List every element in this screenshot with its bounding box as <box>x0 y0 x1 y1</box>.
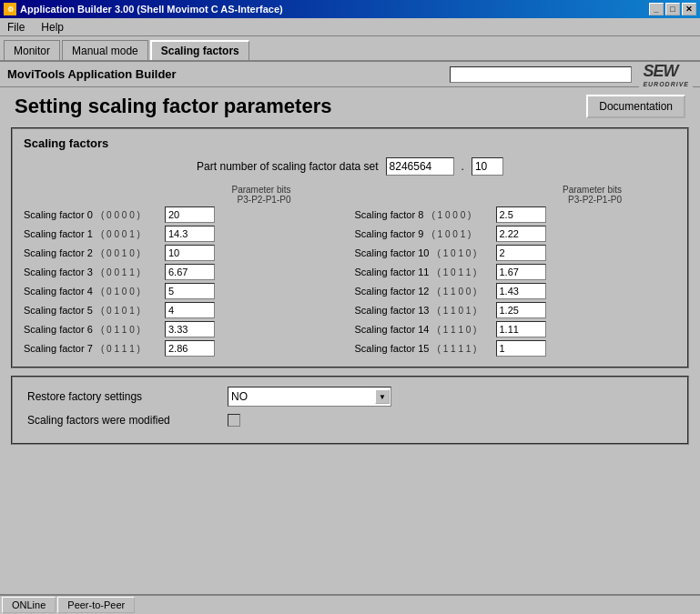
factor-label-left-5: Scaling factor 5 ( 0 1 0 1 ) <box>24 305 165 316</box>
part-number-label: Part number of scaling factor data set <box>197 160 378 173</box>
scaling-modified-label: Scaling factors were modified <box>27 414 228 427</box>
factor-row-left-4: Scaling factor 4 ( 0 1 0 0 ) <box>24 283 346 299</box>
factor-row-left-2: Scaling factor 2 ( 0 0 1 0 ) <box>24 245 346 261</box>
factor-input-right-5[interactable] <box>496 302 546 318</box>
factor-row-right-2: Scaling factor 10 ( 1 0 1 0 ) <box>355 245 677 261</box>
maximize-button[interactable]: □ <box>665 3 680 15</box>
factor-label-left-0: Scaling factor 0 ( 0 0 0 0 ) <box>24 209 165 220</box>
factor-input-left-3[interactable] <box>165 264 215 280</box>
tab-monitor[interactable]: Monitor <box>4 40 60 60</box>
restore-factory-dropdown[interactable]: NO YES <box>228 387 391 407</box>
factors-col-left: Scaling factor 0 ( 0 0 0 0 ) Scaling fac… <box>24 206 346 359</box>
progress-bar <box>450 66 632 83</box>
factor-input-right-0[interactable] <box>496 206 546 223</box>
factor-row-right-4: Scaling factor 12 ( 1 1 0 0 ) <box>355 283 677 299</box>
factor-label-right-3: Scaling factor 11 ( 1 0 1 1 ) <box>355 267 496 277</box>
restore-factory-label: Restore factory settings <box>27 390 228 403</box>
factor-input-left-6[interactable] <box>165 321 215 337</box>
factor-row-left-7: Scaling factor 7 ( 0 1 1 1 ) <box>24 340 346 357</box>
page-heading-area: Setting scaling factor parameters Docume… <box>0 87 700 122</box>
tab-scaling-factors[interactable]: Scaling factors <box>150 40 249 60</box>
factor-input-right-2[interactable] <box>496 245 546 261</box>
app-icon: ⚙ <box>4 3 16 15</box>
page-heading: Setting scaling factor parameters <box>15 95 331 118</box>
param-bits-header-right-line1: Parameter bits <box>355 185 623 195</box>
param-bits-header-left-line2: P3-P2-P1-P0 <box>24 195 291 205</box>
main-content: MoviTools Application Builder SEW EURODR… <box>0 62 700 594</box>
factor-input-right-3[interactable] <box>496 264 546 280</box>
factor-label-left-3: Scaling factor 3 ( 0 0 1 1 ) <box>24 267 165 277</box>
restore-dropdown-wrapper: NO YES ▼ <box>228 387 391 407</box>
part-number-row: Part number of scaling factor data set . <box>24 157 676 176</box>
window-title: Application Builder 3.00 (Shell Movimot … <box>20 4 283 15</box>
status-tab-peer-to-peer[interactable]: Peer-to-Peer <box>57 597 135 613</box>
app-name-label: MoviTools Application Builder <box>7 67 177 81</box>
factor-row-left-3: Scaling factor 3 ( 0 0 1 1 ) <box>24 264 346 280</box>
factor-input-right-7[interactable] <box>496 340 546 357</box>
part-number-suffix-input[interactable] <box>472 157 503 176</box>
tab-manual-mode[interactable]: Manual mode <box>62 40 148 60</box>
factor-row-left-5: Scaling factor 5 ( 0 1 0 1 ) <box>24 302 346 318</box>
documentation-button[interactable]: Documentation <box>586 95 685 118</box>
factor-row-right-1: Scaling factor 9 ( 1 0 0 1 ) <box>355 226 677 242</box>
factor-row-right-3: Scaling factor 11 ( 1 0 1 1 ) <box>355 264 677 280</box>
factor-input-left-2[interactable] <box>165 245 215 261</box>
factors-col-right: Scaling factor 8 ( 1 0 0 0 ) Scaling fac… <box>355 206 677 359</box>
factor-input-right-1[interactable] <box>496 226 546 242</box>
factor-input-left-1[interactable] <box>165 226 215 242</box>
menu-item-help[interactable]: Help <box>37 20 67 35</box>
factor-input-left-5[interactable] <box>165 302 215 318</box>
factor-label-right-2: Scaling factor 10 ( 1 0 1 0 ) <box>355 247 496 258</box>
factor-label-left-2: Scaling factor 2 ( 0 0 1 0 ) <box>24 247 165 258</box>
tab-bar: Monitor Manual mode Scaling factors <box>0 36 700 62</box>
factor-label-right-6: Scaling factor 14 ( 1 1 1 0 ) <box>355 324 496 335</box>
factor-input-left-0[interactable] <box>165 206 215 223</box>
factor-input-right-6[interactable] <box>496 321 546 337</box>
param-bits-header-right-line2: P3-P2-P1-P0 <box>355 195 623 205</box>
menu-item-file[interactable]: File <box>4 20 28 35</box>
factor-label-right-1: Scaling factor 9 ( 1 0 0 1 ) <box>355 228 496 239</box>
title-bar: ⚙ Application Builder 3.00 (Shell Movimo… <box>0 0 700 18</box>
factor-label-right-7: Scaling factor 15 ( 1 1 1 1 ) <box>355 343 496 354</box>
factor-row-right-6: Scaling factor 14 ( 1 1 1 0 ) <box>355 321 677 337</box>
factor-label-left-6: Scaling factor 6 ( 0 1 1 0 ) <box>24 324 165 335</box>
part-number-input[interactable] <box>386 157 454 176</box>
bottom-section: Restore factory settings NO YES ▼ Scalin… <box>11 376 689 445</box>
param-bits-header-left-line1: Parameter bits <box>24 185 291 195</box>
factor-row-left-6: Scaling factor 6 ( 0 1 1 0 ) <box>24 321 346 337</box>
factor-label-left-4: Scaling factor 4 ( 0 1 0 0 ) <box>24 286 165 297</box>
part-number-separator: . <box>462 160 464 173</box>
factor-label-right-5: Scaling factor 13 ( 1 1 0 1 ) <box>355 305 496 316</box>
factor-label-right-4: Scaling factor 12 ( 1 1 0 0 ) <box>355 286 496 297</box>
factor-input-left-7[interactable] <box>165 340 215 357</box>
factor-row-right-5: Scaling factor 13 ( 1 1 0 1 ) <box>355 302 677 318</box>
scaling-modified-row: Scaling factors were modified <box>27 414 673 427</box>
factor-input-right-4[interactable] <box>496 283 546 299</box>
factor-row-left-1: Scaling factor 1 ( 0 0 0 1 ) <box>24 226 346 242</box>
restore-factory-row: Restore factory settings NO YES ▼ <box>27 387 673 407</box>
factor-label-right-0: Scaling factor 8 ( 1 0 0 0 ) <box>355 209 496 220</box>
factor-label-left-1: Scaling factor 1 ( 0 0 0 1 ) <box>24 228 165 239</box>
factor-input-left-4[interactable] <box>165 283 215 299</box>
status-bar: ONLine Peer-to-Peer <box>0 594 700 614</box>
scaling-factors-title: Scaling factors <box>24 136 676 150</box>
scaling-modified-checkbox[interactable] <box>228 414 240 427</box>
close-button[interactable]: ✕ <box>682 3 696 15</box>
menu-bar: File Help <box>0 18 700 36</box>
status-tab-online[interactable]: ONLine <box>2 597 56 613</box>
factor-label-left-7: Scaling factor 7 ( 0 1 1 1 ) <box>24 343 165 354</box>
factor-row-left-0: Scaling factor 0 ( 0 0 0 0 ) <box>24 206 346 223</box>
minimize-button[interactable]: _ <box>649 3 664 15</box>
sew-logo: SEW EURODRIVE <box>639 62 693 87</box>
scaling-factors-box: Scaling factors Part number of scaling f… <box>11 127 689 368</box>
factor-row-right-7: Scaling factor 15 ( 1 1 1 1 ) <box>355 340 677 357</box>
factor-row-right-0: Scaling factor 8 ( 1 0 0 0 ) <box>355 206 677 223</box>
factors-columns: Scaling factor 0 ( 0 0 0 0 ) Scaling fac… <box>24 206 676 359</box>
header-bar: MoviTools Application Builder SEW EURODR… <box>0 62 700 87</box>
